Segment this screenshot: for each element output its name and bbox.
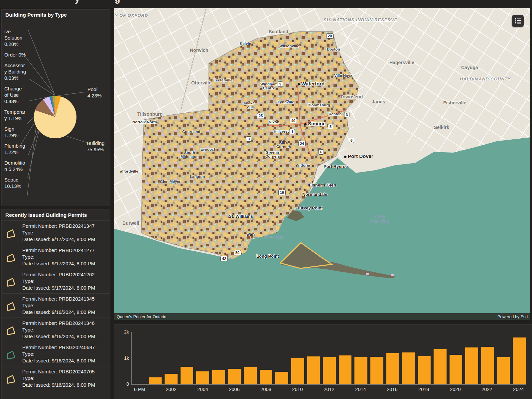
permits-list-panel: Recently Issued Building Permits Permit …	[1, 209, 110, 399]
pie-label: Septic 10.13%	[4, 177, 26, 189]
bar-2012[interactable]	[323, 357, 336, 384]
map-place-label: Bill's Corners	[276, 141, 291, 149]
map-place-label: Port Dover	[344, 153, 373, 159]
bar-2010[interactable]	[291, 358, 304, 384]
permit-number: Permit Number: PRBD20241277	[22, 247, 109, 254]
map-place-label: Long Point Bay	[370, 214, 389, 224]
permit-date: Date Issued: 9/16/2024, 8:00 PM	[22, 333, 109, 340]
bar-2007[interactable]	[244, 367, 257, 384]
bar-2009[interactable]	[275, 372, 288, 384]
map-place-label: Hillcrest	[274, 129, 289, 133]
bar-2014[interactable]	[354, 357, 367, 384]
bar-2002[interactable]	[165, 374, 178, 384]
parcel-polygon-icon	[6, 252, 17, 264]
permit-date: Date Issued: 9/17/2024, 8:00 PM	[22, 285, 109, 291]
permit-list-item[interactable]: Permit Number: PRBD20241262 Type: Date I…	[2, 269, 110, 293]
map-place-label: Green's Corners	[265, 150, 280, 158]
map-place-label: Port Ryerse	[324, 164, 348, 169]
permits-panel-title: Recently Issued Building Permits	[5, 212, 87, 218]
place-dot	[344, 156, 346, 158]
permit-date: Date Issued: 9/17/2024, 8:00 PM	[22, 260, 109, 267]
bar-2008[interactable]	[260, 370, 273, 384]
map-place-label: Cayuga	[461, 65, 478, 70]
permit-type: Type:	[22, 327, 109, 333]
map-place-label: Courtland	[182, 130, 200, 134]
place-dot	[298, 83, 300, 85]
x-axis-tick: 2022	[481, 387, 492, 392]
map-place-label: Norwich	[190, 48, 208, 53]
bar-2016[interactable]	[386, 353, 399, 384]
y-axis-tick: 2k	[124, 329, 129, 334]
bar-2006[interactable]	[228, 369, 241, 384]
permit-list-item[interactable]: Permit Number: PRBD20241345 Type: Date I…	[2, 293, 110, 318]
pie-label: Plumbing 1.22%	[4, 143, 26, 155]
map-place-label: Wilsonville	[279, 44, 299, 48]
bar-2017[interactable]	[402, 352, 415, 384]
page-title-fragment: y	[75, 0, 80, 4]
permit-list-item[interactable]: Permit Number: PRBD20241347 Type: Date I…	[2, 220, 110, 245]
bar-2020[interactable]	[450, 355, 463, 384]
permit-list-item[interactable]: Permit Number: PRBD20241277 Type: Date I…	[2, 245, 110, 269]
map-place-label: Villa Nova	[334, 73, 352, 77]
map-place-label: Turkey Point	[297, 205, 323, 210]
permit-type: Type:	[22, 351, 109, 357]
pie-panel-title: Building Permits by Type	[5, 12, 67, 18]
permit-list-item[interactable]: Permit Number: PRSG20240687 Type: Date I…	[2, 342, 110, 366]
parcel-polygon-icon	[6, 325, 17, 336]
pie-chart[interactable]	[34, 96, 76, 138]
bar-2024[interactable]	[513, 337, 526, 384]
pie-label-pool: Pool 4.23%	[87, 86, 109, 99]
map-place-label: St. Williams	[229, 214, 253, 219]
map-place-label: Simcoe	[304, 121, 326, 126]
map-place-label: Hagersville	[389, 60, 414, 65]
permit-type: Type:	[22, 254, 109, 260]
bar-2021[interactable]	[465, 347, 478, 384]
bar-series	[132, 332, 526, 384]
parcel-polygon-icon	[6, 349, 17, 361]
highway-shield: 3	[344, 112, 349, 117]
bar-2013[interactable]	[339, 355, 352, 384]
x-axis-tick: 2010	[292, 387, 303, 392]
header-bar: y g	[0, 0, 532, 8]
permit-number: Permit Number: PRBD20241347	[22, 223, 109, 229]
bar-2015[interactable]	[370, 357, 383, 384]
highway-shield: 6	[319, 149, 324, 155]
bar-2018[interactable]	[418, 356, 431, 384]
map-canvas[interactable]: Y OF OXFORDSIX NATIONS INDIAN RESERVEHAL…	[114, 8, 530, 320]
attribution-left: Queen's Printer for Ontario	[117, 315, 166, 319]
map-place-label: Inner Bay	[264, 234, 284, 239]
bar-2000[interactable]	[133, 384, 146, 384]
highway-shield: 59	[234, 250, 241, 255]
bar-2023[interactable]	[497, 357, 510, 384]
map-place-label: snake	[244, 101, 255, 105]
map-place-label: affordville	[120, 169, 138, 173]
map-place-label: Burwell	[122, 220, 139, 226]
x-axis-tick: 2006	[229, 387, 239, 392]
permit-date: Date Issued: 9/16/2024, 8:00 PM	[22, 309, 109, 316]
bar-2005[interactable]	[212, 370, 225, 384]
bar-2004[interactable]	[196, 371, 209, 384]
bar-2011[interactable]	[307, 356, 320, 384]
permit-number: Permit Number: PRSG20240687	[22, 344, 109, 351]
bar-2001[interactable]	[149, 377, 162, 384]
highway-shield: 42	[220, 256, 228, 261]
map-place-label: HALDIMAND COUNTY	[460, 76, 511, 81]
legend-button[interactable]	[512, 15, 524, 27]
map-place-label: Kelvin	[240, 42, 251, 46]
map-place-label: Y OF OXFORD	[115, 13, 148, 18]
bar-2022[interactable]	[481, 347, 494, 384]
permit-list: Permit Number: PRBD20241347 Type: Date I…	[2, 220, 110, 390]
pie-label: Order 0%	[4, 52, 26, 58]
map-place-label: Jarvis	[372, 99, 385, 104]
x-axis-tick: 2020	[450, 387, 461, 392]
x-axis-tick: 2008	[260, 387, 271, 392]
map-place-label: Teeterville	[214, 78, 232, 82]
permit-list-item[interactable]: Permit Number: PRBD20241346 Type: Date I…	[2, 318, 110, 342]
attribution-right: Powered by Esri	[497, 315, 528, 319]
pie-label: Change of Use 0.43%	[4, 85, 26, 104]
permit-list-item[interactable]: Permit Number: PRBD20240705 Type: Date I…	[2, 366, 110, 390]
map-place-label: our	[247, 105, 253, 109]
highway-shield: 24	[298, 141, 306, 146]
bar-2003[interactable]	[181, 367, 194, 384]
bar-2019[interactable]	[434, 349, 447, 384]
